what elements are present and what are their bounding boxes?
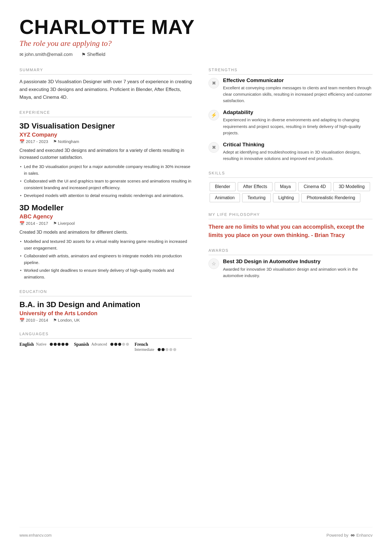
powered-by-text: Powered by [326, 533, 348, 537]
dot [122, 343, 125, 346]
dot [65, 343, 68, 346]
skill-lighting: Lighting [273, 193, 299, 202]
job-2: 3D Modeller ABC Agency 📅 2014 - 2017 ⚑ L… [19, 203, 192, 280]
awards-label: AWARDS [209, 248, 373, 255]
strength-2-title: Adaptability [223, 109, 373, 115]
skill-blender: Blender [210, 182, 235, 191]
strengths-label: STRENGTHS [209, 68, 373, 75]
enhancv-logo-mark: ∞ [351, 532, 354, 538]
strength-2: ⚡ Adaptability Experienced in working in… [209, 109, 373, 136]
bullet-item: Collaborated with the UI and graphics te… [19, 178, 192, 191]
award-star-icon: ☆ [209, 258, 219, 269]
job-2-location: ⚑ Liverpool [53, 221, 75, 226]
bullet-item: Collaborated with artists, animators and… [19, 253, 192, 266]
job-2-company: ABC Agency [19, 213, 192, 220]
lang-spanish-dots [110, 343, 129, 346]
strength-1-desc: Excellent at conveying complex messages … [223, 85, 373, 104]
edu-dates: 📅 2010 - 2014 [19, 318, 48, 323]
strength-2-desc: Experienced in working in diverse enviro… [223, 117, 373, 136]
dot [54, 343, 57, 346]
dot [165, 348, 168, 351]
bullet-item: Led the 3D visualisation project for a m… [19, 163, 192, 177]
skill-3d-modelling: 3D Modelling [333, 182, 370, 191]
job-1-title: 3D Visualisation Designer [19, 122, 192, 130]
edu-meta: 📅 2010 - 2014 ⚑ London, UK [19, 318, 192, 323]
language-spanish: Spanish Advanced [74, 342, 129, 352]
strength-1-title: Effective Communicator [223, 77, 373, 83]
award-1-desc: Awarded for innovative 3D visualisation … [223, 266, 373, 279]
adaptability-icon: ⚡ [209, 110, 219, 120]
summary-text: A passionate 3D Visualisation Designer w… [19, 78, 192, 101]
award-1-title: Best 3D Design in Automotive Industry [223, 258, 373, 265]
calendar-icon: 📅 [19, 139, 25, 144]
email-icon: ✉ [19, 52, 23, 58]
footer-brand: Powered by ∞ Enhancv [326, 532, 373, 538]
strength-1-content: Effective Communicator Excellent at conv… [223, 77, 373, 104]
pin-icon: ⚑ [53, 139, 57, 144]
job-1-bullets: Led the 3D visualisation project for a m… [19, 163, 192, 199]
language-english: English Native [19, 342, 68, 352]
job-2-dates: 📅 2014 - 2017 [19, 221, 48, 226]
degree-title: B.A. in 3D Design and Animation [19, 300, 192, 309]
pin-icon: ⚑ [53, 221, 57, 226]
skills-grid: Blender After Effects Maya Cinema 4D 3D … [209, 181, 373, 203]
dot [61, 343, 64, 346]
languages-grid: English Native Spanish [19, 342, 192, 352]
location-value: Sheffield [87, 52, 105, 57]
job-2-title: 3D Modeller [19, 203, 192, 212]
lang-french-dots [158, 348, 176, 351]
candidate-name: CHARLOTTE MAY [19, 17, 373, 38]
left-column: SUMMARY A passionate 3D Visualisation De… [19, 68, 192, 510]
bullet-item: Developed models with attention to detai… [19, 192, 192, 199]
education-label: EDUCATION [19, 289, 192, 296]
dot [126, 343, 129, 346]
award-1-content: Best 3D Design in Automotive Industry Aw… [223, 258, 373, 279]
footer-website: www.enhancv.com [19, 533, 52, 537]
languages-label: LANGUAGES [19, 332, 192, 339]
edu-location: ⚑ London, UK [53, 318, 80, 323]
experience-label: EXPERIENCE [19, 110, 192, 117]
bullet-item: Modelled and textured 3D assets for a vi… [19, 238, 192, 251]
strength-3: ✖ Critical Thinking Adept at identifying… [209, 142, 373, 162]
pin-icon: ⚑ [53, 318, 57, 323]
lang-spanish-name: Spanish [74, 342, 89, 347]
email-value: john.smith@email.com [25, 52, 73, 57]
summary-label: SUMMARY [19, 68, 192, 75]
job-1-meta: 📅 2017 - 2023 ⚑ Nottingham [19, 139, 192, 144]
skills-label: SKILLS [209, 171, 373, 178]
lang-french-name: French [135, 342, 148, 347]
contact-info: ✉ john.smith@email.com ⚑ Sheffield [19, 52, 373, 58]
job-1-company: XYZ Company [19, 132, 192, 138]
page-footer: www.enhancv.com Powered by ∞ Enhancv [19, 527, 373, 538]
dot [169, 348, 172, 351]
strength-3-desc: Adept at identifying and troubleshooting… [223, 149, 373, 162]
job-2-meta: 📅 2014 - 2017 ⚑ Liverpool [19, 221, 192, 226]
dot [58, 343, 61, 346]
right-column: STRENGTHS ✖ Effective Communicator Excel… [209, 68, 373, 510]
dot [173, 348, 176, 351]
target-role: The role you are applying to? [19, 39, 373, 48]
job-1: 3D Visualisation Designer XYZ Company 📅 … [19, 122, 192, 199]
skill-texturing: Texturing [242, 193, 271, 202]
job-1-dates: 📅 2017 - 2023 [19, 139, 48, 144]
job-1-desc: Created and executed 3D designs and anim… [19, 147, 192, 161]
calendar-icon: 📅 [19, 318, 25, 323]
skill-after-effects: After Effects [238, 182, 272, 191]
lang-spanish-level: Advanced [91, 342, 107, 347]
resume-header: CHARLOTTE MAY The role you are applying … [19, 17, 373, 58]
skill-photorealistic-rendering: Photorealistic Rendering [301, 193, 360, 202]
location-contact: ⚑ Sheffield [81, 52, 105, 58]
skill-cinema4d: Cinema 4D [298, 182, 331, 191]
philosophy-label: MY LIFE PHILOSOPHY [209, 212, 373, 219]
job-1-location: ⚑ Nottingham [53, 139, 79, 144]
job-2-bullets: Modelled and textured 3D assets for a vi… [19, 238, 192, 280]
dot [114, 343, 117, 346]
strength-2-content: Adaptability Experienced in working in d… [223, 109, 373, 136]
skill-maya: Maya [275, 182, 296, 191]
philosophy-text: There are no limits to what you can acco… [209, 223, 373, 239]
dot [118, 343, 121, 346]
dot [162, 348, 165, 351]
language-french: French Intermediate [135, 342, 176, 352]
strength-3-content: Critical Thinking Adept at identifying a… [223, 142, 373, 162]
location-icon: ⚑ [81, 52, 86, 58]
